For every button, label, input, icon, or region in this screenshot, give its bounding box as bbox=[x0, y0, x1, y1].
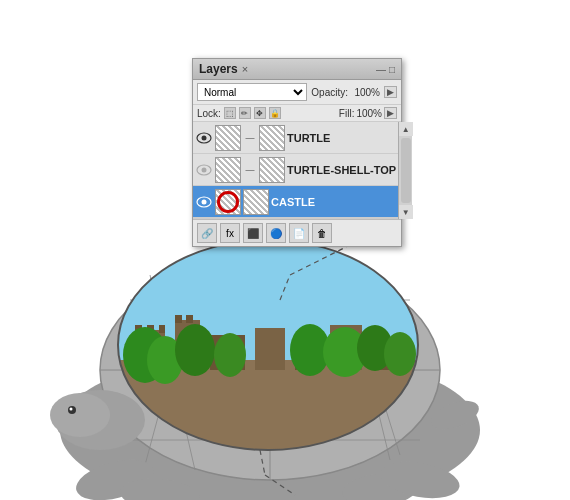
panel-title: Layers bbox=[199, 62, 238, 76]
blend-opacity-row: Normal Multiply Screen Opacity: 100% ▶ bbox=[193, 80, 401, 105]
svg-point-53 bbox=[202, 199, 207, 204]
layer-row-turtle[interactable]: — TURTLE bbox=[193, 122, 398, 154]
lock-transparent-icon[interactable]: ⬚ bbox=[224, 107, 236, 119]
adjustment-button[interactable]: 🔵 bbox=[266, 223, 286, 243]
svg-point-42 bbox=[384, 332, 416, 376]
lock-position-icon[interactable]: ✥ bbox=[254, 107, 266, 119]
scroll-down-arrow[interactable]: ▼ bbox=[399, 205, 413, 219]
panel-toolbar: 🔗 fx ⬛ 🔵 📄 🗑 bbox=[193, 219, 401, 246]
layer-name-shell: TURTLE-SHELL-TOP bbox=[287, 164, 396, 176]
lock-all-icon[interactable]: 🔒 bbox=[269, 107, 281, 119]
layers-panel: Layers × — □ Normal Multiply Screen Opac… bbox=[192, 58, 402, 247]
mask-button[interactable]: ⬛ bbox=[243, 223, 263, 243]
opacity-label: Opacity: bbox=[311, 87, 348, 98]
visibility-icon-castle[interactable] bbox=[195, 193, 213, 211]
svg-point-12 bbox=[50, 393, 110, 437]
layers-list-container: — TURTLE — bbox=[193, 122, 401, 219]
scroll-track[interactable] bbox=[401, 138, 411, 203]
svg-rect-32 bbox=[159, 325, 165, 333]
blend-mode-select[interactable]: Normal Multiply Screen bbox=[197, 83, 307, 101]
link-button[interactable]: 🔗 bbox=[197, 223, 217, 243]
opacity-arrow[interactable]: ▶ bbox=[384, 86, 397, 98]
layer-thumb-castle-mask bbox=[215, 189, 241, 215]
panel-close-button[interactable]: × bbox=[242, 63, 248, 75]
svg-rect-33 bbox=[175, 315, 182, 323]
layer-thumb-shell bbox=[259, 157, 285, 183]
svg-point-14 bbox=[70, 408, 73, 411]
layer-thumb-shell-mask bbox=[215, 157, 241, 183]
fill-value: 100% bbox=[356, 108, 382, 119]
fill-label: Fill: bbox=[339, 108, 355, 119]
layer-name-turtle: TURTLE bbox=[287, 132, 396, 144]
opacity-value: 100% bbox=[352, 87, 380, 98]
svg-rect-34 bbox=[186, 315, 193, 323]
visibility-icon-turtle[interactable] bbox=[195, 129, 213, 147]
panel-maximize-button[interactable]: □ bbox=[389, 64, 395, 75]
fx-button[interactable]: fx bbox=[220, 223, 240, 243]
layers-scrollbar[interactable]: ▲ ▼ bbox=[398, 122, 412, 219]
panel-titlebar: Layers × — □ bbox=[193, 59, 401, 80]
link-icon-turtle: — bbox=[243, 131, 257, 145]
layers-list: — TURTLE — bbox=[193, 122, 398, 219]
layer-row-shell[interactable]: — TURTLE-SHELL-TOP bbox=[193, 154, 398, 186]
layer-thumb-turtle bbox=[259, 125, 285, 151]
svg-point-38 bbox=[214, 333, 246, 377]
lock-fill-row: Lock: ⬚ ✏ ✥ 🔒 Fill: 100% ▶ bbox=[193, 105, 401, 122]
layer-thumb-turtle-mask bbox=[215, 125, 241, 151]
visibility-icon-shell[interactable] bbox=[195, 161, 213, 179]
layer-name-castle: CASTLE bbox=[271, 196, 396, 208]
layer-thumb-castle bbox=[243, 189, 269, 215]
scroll-up-arrow[interactable]: ▲ bbox=[399, 122, 413, 136]
fill-arrow[interactable]: ▶ bbox=[384, 107, 397, 119]
panel-minimize-button[interactable]: — bbox=[376, 64, 386, 75]
svg-point-37 bbox=[175, 324, 215, 376]
lock-image-icon[interactable]: ✏ bbox=[239, 107, 251, 119]
svg-rect-26 bbox=[255, 328, 285, 370]
new-layer-button[interactable]: 📄 bbox=[289, 223, 309, 243]
lock-label: Lock: bbox=[197, 108, 221, 119]
svg-point-51 bbox=[202, 167, 207, 172]
delete-layer-button[interactable]: 🗑 bbox=[312, 223, 332, 243]
svg-point-49 bbox=[202, 135, 207, 140]
link-icon-shell: — bbox=[243, 163, 257, 177]
layer-row-castle[interactable]: CASTLE bbox=[193, 186, 398, 218]
